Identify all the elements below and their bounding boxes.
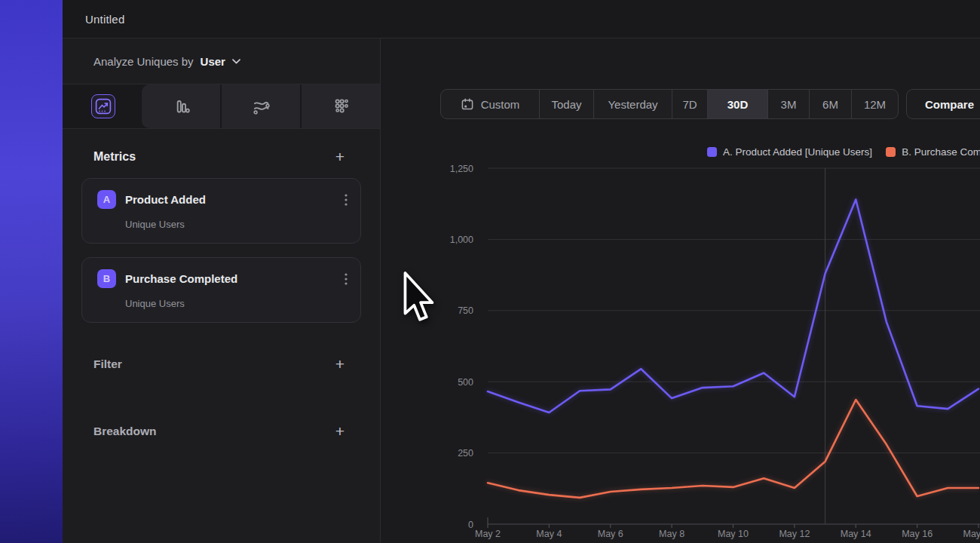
metric-badge-b: B: [97, 269, 116, 288]
svg-text:May 14: May 14: [841, 529, 871, 539]
svg-text:May 16: May 16: [902, 529, 933, 539]
mouse-cursor: [403, 272, 437, 326]
svg-text:May 4: May 4: [536, 529, 562, 539]
grid-dots-icon: [331, 97, 351, 116]
kebab-menu-icon[interactable]: [344, 272, 348, 286]
tab-bar-chart[interactable]: [142, 84, 220, 128]
analyze-label: Analyze Uniques by: [93, 55, 194, 68]
metric-name: Purchase Completed: [125, 272, 237, 285]
svg-text:250: 250: [458, 448, 473, 459]
svg-text:500: 500: [458, 377, 473, 388]
svg-text:1,000: 1,000: [450, 235, 473, 245]
bar-chart-icon: [171, 97, 191, 116]
metric-subtitle[interactable]: Unique Users: [125, 298, 347, 309]
svg-text:May 6: May 6: [598, 529, 623, 539]
left-gradient-strip: [0, 0, 63, 543]
svg-text:May 8: May 8: [659, 529, 684, 539]
tab-grid-metrics[interactable]: [300, 84, 380, 128]
chevron-down-icon[interactable]: [232, 59, 240, 64]
filter-label: Filter: [93, 357, 122, 371]
analyze-value-dropdown[interactable]: User: [201, 55, 225, 68]
add-metric-button[interactable]: +: [335, 149, 345, 164]
breakdown-section: Breakdown +: [63, 423, 380, 439]
svg-text:750: 750: [458, 305, 473, 316]
metric-subtitle[interactable]: Unique Users: [125, 219, 347, 230]
line-chart: 02505007501,0001,250May 2May 4May 6May 8…: [381, 38, 980, 543]
metric-badge-a: A: [97, 190, 116, 209]
metrics-title: Metrics: [93, 150, 136, 164]
chart-type-tabstrip: [63, 84, 380, 129]
add-breakdown-button[interactable]: +: [335, 423, 345, 439]
breakdown-label: Breakdown: [93, 425, 157, 438]
metrics-header: Metrics +: [63, 149, 380, 164]
chart-panel: Custom Today Yesterday 7D 30D 3M 6M 12M …: [381, 38, 980, 543]
chart-type-tabs: [142, 84, 380, 128]
add-filter-button[interactable]: +: [335, 356, 345, 372]
report-title[interactable]: Untitled: [85, 13, 124, 26]
svg-text:0: 0: [468, 520, 473, 530]
top-bar: Untitled: [63, 0, 980, 38]
tab-line-chart[interactable]: [91, 94, 115, 118]
kebab-menu-icon[interactable]: [344, 193, 348, 207]
query-sidebar: Analyze Uniques by User: [63, 38, 381, 543]
tab-flow-chart[interactable]: [220, 84, 300, 128]
flow-chart-icon: [251, 97, 271, 116]
analyze-row: Analyze Uniques by User: [63, 38, 380, 84]
line-chart-icon: [94, 97, 112, 115]
svg-text:1,250: 1,250: [450, 164, 473, 174]
svg-text:May 10: May 10: [718, 529, 749, 539]
svg-text:May 2: May 2: [475, 529, 501, 539]
svg-text:May 12: May 12: [779, 529, 810, 539]
filter-section: Filter +: [63, 356, 380, 372]
svg-text:May 18: May 18: [963, 529, 980, 539]
metric-card-a[interactable]: A Product Added Unique Users: [81, 178, 361, 244]
metric-card-b[interactable]: B Purchase Completed Unique Users: [81, 257, 361, 323]
metric-name: Product Added: [125, 193, 206, 206]
